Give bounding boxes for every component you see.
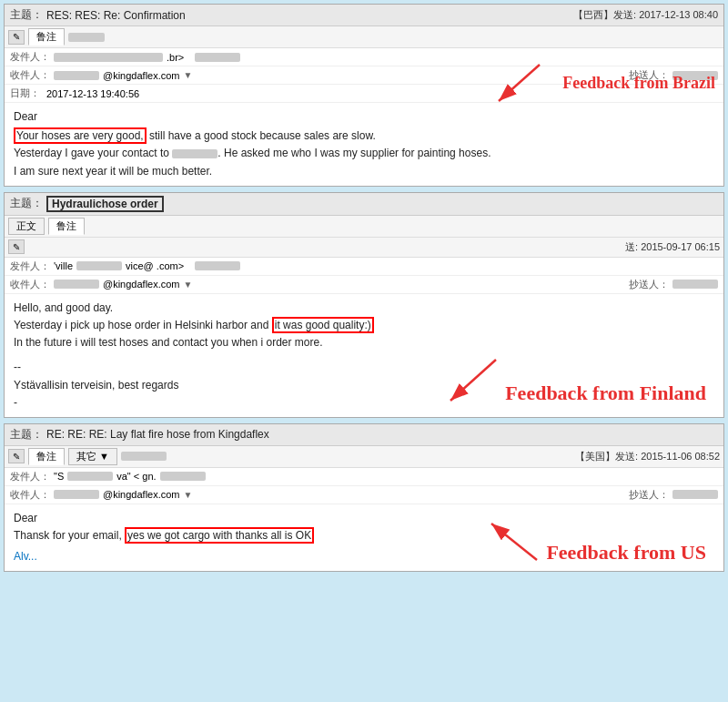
from-blur-2: [76, 261, 122, 270]
body-line3-2: In the future i will test hoses and cont…: [14, 334, 714, 351]
svg-line-1: [499, 65, 540, 101]
brazil-arrow: [490, 60, 544, 106]
to-label-2: 收件人：: [10, 278, 50, 291]
edit-icon-3[interactable]: ✎: [8, 449, 25, 463]
line2-start-1: Yesterday I gave your contact to: [14, 147, 172, 159]
cc-label-2: 抄送人：: [629, 278, 669, 291]
from-label-3: 发件人：: [10, 470, 50, 483]
dear-1: Dear: [14, 108, 714, 126]
body-line1-2: Hello, and good day.: [14, 300, 714, 317]
body-line2-1: Yesterday I gave your contact to . He as…: [14, 145, 714, 162]
from-prefix-3: "S: [54, 471, 64, 482]
subject-label-2: 主题：: [10, 196, 43, 211]
date-right-2: 送: 2015-09-17 06:15: [625, 240, 720, 254]
from-extra-3: [160, 472, 206, 481]
from-label-1: 发件人：: [10, 50, 50, 64]
subject-label-1: 主题：: [10, 7, 43, 23]
line1-start-3: Thansk for your email,: [14, 529, 122, 542]
highlight-us: yes we got cargo with thanks all is OK: [125, 527, 314, 544]
subject-text-3: RE: RE: RE: Lay flat fire hose from King…: [46, 428, 269, 441]
cc-label-3: 抄送人：: [629, 488, 669, 502]
panel-us: 主题： RE: RE: RE: Lay flat fire hose from …: [4, 423, 724, 573]
highlight-brazil: Your hoses are very good,: [14, 127, 147, 144]
line2-start-2: Yesterday i pick up hose order in Helsin…: [14, 319, 272, 331]
toolbar-blur-3: [121, 452, 167, 461]
to-blur-3: [54, 490, 99, 499]
rest-line1-1: still have a good stock because sales ar…: [147, 129, 376, 142]
date-right-3: 【美国】发送: 2015-11-06 08:52: [575, 450, 720, 463]
to-label-3: 收件人：: [10, 488, 50, 502]
main-container: 主题： RES: RES: Re: Confirmation 【巴西】发送: 2…: [0, 0, 728, 702]
from-suffix-1: .br>: [167, 52, 184, 63]
to-blur-2: [54, 280, 99, 289]
date-right-1: 【巴西】发送: 2017-12-13 08:40: [573, 8, 718, 22]
dropdown-3[interactable]: ▼: [184, 490, 193, 500]
dropdown-2[interactable]: ▼: [184, 280, 193, 290]
toolbar-1: ✎ 鲁注: [5, 26, 723, 48]
brazil-annotation: Feedback from Brazil: [490, 60, 715, 106]
to-row-3: 收件人： @kingdaflex.com ▼ 抄送人：: [5, 486, 723, 504]
us-arrow: [482, 514, 546, 565]
from-suffix-3: va" < gn.: [116, 471, 156, 482]
subject-bar-3: 主题： RE: RE: RE: Lay flat fire hose from …: [5, 424, 723, 446]
to-row-2: 收件人： @kingdaflex.com ▼ 抄送人：: [5, 276, 723, 294]
date-value-1: 2017-12-13 19:40:56: [46, 88, 139, 99]
tab-zunote-2[interactable]: 鲁注: [48, 218, 85, 235]
tab-zunote-1[interactable]: 鲁注: [28, 28, 65, 46]
to-blur-1: [54, 71, 99, 80]
panel-brazil: 主题： RES: RES: Re: Confirmation 【巴西】发送: 2…: [4, 4, 724, 187]
feedback-label-finland: Feedback from Finland: [505, 382, 706, 405]
to-label-1: 收件人：: [10, 68, 50, 82]
svg-line-3: [450, 360, 496, 401]
edit-icon-1[interactable]: ✎: [8, 30, 25, 45]
to-value-2: @kingdaflex.com: [103, 279, 180, 290]
from-prefix-2: 'ville: [54, 260, 73, 271]
from-blur-3: [67, 472, 113, 481]
email-body-1: Dear Your hoses are very good, still hav…: [5, 103, 723, 186]
blur-tab-1: [68, 33, 105, 42]
from-label-2: 发件人：: [10, 259, 50, 273]
from-extra-1: [195, 53, 240, 62]
feedback-label-us: Feedback from US: [546, 541, 706, 565]
us-annotation: Feedback from US: [482, 514, 706, 565]
to-value-3: @kingdaflex.com: [103, 489, 180, 500]
toolbar-2: 正文 鲁注: [5, 216, 723, 238]
svg-line-5: [491, 524, 537, 560]
cc-blur-2: [672, 280, 718, 289]
from-extra-2: [195, 261, 240, 270]
from-row-2: 发件人： 'ville vice@ .com>: [5, 258, 723, 276]
dropdown-1[interactable]: ▼: [184, 70, 193, 80]
subject-text-2: Hydraulichose order: [46, 196, 164, 212]
date-label-1: 日期：: [10, 86, 43, 100]
icon-row-2: ✎ 送: 2015-09-17 06:15: [5, 238, 723, 258]
line2-end-1: . He asked me who I was my supplier for …: [217, 147, 490, 159]
subject-label-3: 主题：: [10, 427, 43, 443]
line2-blur-1: [172, 149, 217, 158]
panel-finland: 主题： Hydraulichose order 正文 鲁注 ✎ 送: 2015-…: [4, 192, 724, 418]
from-row-3: 发件人： "S va" < gn.: [5, 468, 723, 486]
from-blur-1: [54, 53, 163, 62]
finland-annotation: Feedback from Finland: [441, 351, 706, 405]
to-value-1: @kingdaflex.com: [103, 70, 180, 81]
tab-other-3[interactable]: 其它 ▼: [68, 448, 117, 465]
subject-text-1: RES: RES: Re: Confirmation: [46, 9, 186, 22]
cc-blur-3: [672, 490, 718, 499]
highlight-finland: it was good quality:): [272, 317, 374, 333]
subject-bar-1: 主题： RES: RES: Re: Confirmation 【巴西】发送: 2…: [5, 5, 723, 26]
body-line3-1: I am sure next year it will be much bett…: [14, 163, 714, 180]
finland-arrow: [441, 351, 505, 405]
tab-body-2[interactable]: 正文: [8, 218, 45, 235]
subject-bar-2: 主题： Hydraulichose order: [5, 193, 723, 216]
from-email-2: vice@ .com>: [126, 260, 184, 271]
tab-zunote-3[interactable]: 鲁注: [28, 448, 65, 465]
edit-icon-2[interactable]: ✎: [8, 239, 25, 254]
feedback-label-brazil: Feedback from Brazil: [562, 74, 715, 93]
toolbar-3: ✎ 鲁注 其它 ▼ 【美国】发送: 2015-11-06 08:52: [5, 446, 723, 468]
body-line2-2: Yesterday i pick up hose order in Helsin…: [14, 317, 714, 334]
body-line1-1: Your hoses are very good, still have a g…: [14, 127, 714, 145]
